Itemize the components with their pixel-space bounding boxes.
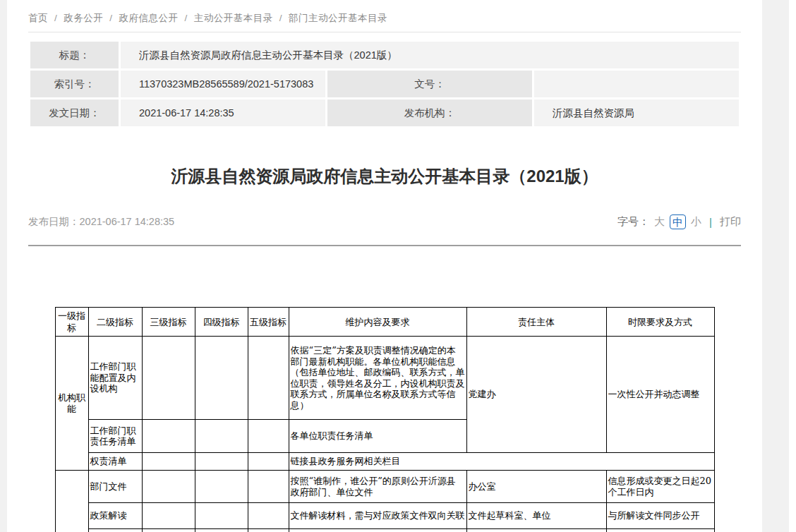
empty-cell: [195, 420, 248, 453]
meta-row-index: 索引号： 11370323MB28565589/2021-5173083 文号：: [30, 71, 739, 97]
table-row: [55, 529, 714, 532]
breadcrumb-separator: /: [54, 13, 57, 23]
empty-cell: [248, 503, 289, 529]
fontsize-medium-button[interactable]: 中: [670, 214, 686, 229]
fontsize-print-divider: |: [709, 216, 712, 228]
header-time-limit: 时限要求及方式: [606, 308, 714, 337]
empty-cell: [195, 453, 248, 471]
empty-cell: [248, 337, 289, 420]
breadcrumb: 首页/政务公开/政府信息公开/主动公开基本目录/部门主动公开基本目录: [28, 0, 741, 25]
empty-cell: [248, 420, 289, 453]
article-meta-line: 发布日期：2021-06-17 14:28:35 字号： 大 中 小 | 打印: [28, 214, 741, 229]
cell-level2: 工作部门职责任务清单: [88, 420, 142, 453]
page-title: 沂源县自然资源局政府信息主动公开基本目录（2021版）: [28, 165, 741, 188]
article-divider: [28, 245, 741, 246]
doc-number-value: [534, 71, 739, 97]
index-number-label: 索引号：: [30, 71, 119, 97]
breadcrumb-dept-catalog[interactable]: 部门主动公开基本目录: [289, 13, 387, 23]
cell-level2: 工作部门职能配置及内设机构: [88, 337, 142, 420]
meta-row-date: 发文日期： 2021-06-17 14:28:35 发布机构： 沂源县自然资源局: [30, 99, 739, 126]
catalog-header-row: 一级指标 二级指标 三级指标 四级指标 五级指标 维护内容及要求 责任主体 时限…: [55, 308, 714, 337]
title-label: 标题：: [30, 42, 119, 68]
table-row: 部门文件 按照“谁制作，谁公开”的原则公开沂源县政府部门、单位文件 办公室 信息…: [55, 471, 714, 503]
header-level3: 三级指标: [142, 308, 195, 337]
breadcrumb-info-disclosure[interactable]: 政府信息公开: [119, 13, 179, 23]
publish-date-label: 发布日期：: [28, 216, 80, 227]
scrollbar[interactable]: [789, 0, 796, 532]
breadcrumb-zhengwu[interactable]: 政务公开: [64, 13, 103, 23]
cell-content: 文件解读材料，需与对应政策文件双向关联: [289, 503, 466, 529]
cell-level1-jigou: 机构职能: [55, 337, 88, 471]
fontsize-label: 字号：: [617, 215, 649, 229]
publish-date: 发布日期：2021-06-17 14:28:35: [28, 215, 174, 229]
cell-content: 依据“三定”方案及职责调整情况确定的本部门最新机构职能。各单位机构职能信息（包括…: [289, 337, 466, 420]
cell-content: 各单位职责任务清单: [289, 420, 466, 453]
empty-cell: [142, 337, 195, 420]
fontsize-controls: 字号： 大 中 小 | 打印: [617, 214, 741, 229]
catalog-table: 一级指标 二级指标 三级指标 四级指标 五级指标 维护内容及要求 责任主体 时限…: [55, 307, 715, 532]
empty-cell: [195, 529, 248, 532]
cell-content: 按照“谁制作，谁公开”的原则公开沂源县政府部门、单位文件: [289, 471, 466, 503]
cell-time-limit: 一次性公开并动态调整: [606, 337, 714, 453]
cell-responsible: 办公室: [466, 471, 606, 503]
issuing-agency-label: 发布机构：: [327, 99, 532, 126]
header-responsible: 责任主体: [466, 308, 606, 337]
cell-responsible: 文件起草科室、单位: [466, 503, 606, 529]
breadcrumb-divider: [28, 32, 741, 32]
meta-row-title: 标题： 沂源县自然资源局政府信息主动公开基本目录（2021版）: [30, 42, 739, 68]
print-button[interactable]: 打印: [720, 215, 741, 229]
empty-cell: [248, 453, 289, 471]
cell-responsible: [466, 529, 606, 532]
header-level5: 五级指标: [248, 308, 289, 337]
cell-responsible: 党建办: [466, 337, 606, 453]
cell-time-limit: 信息形成或变更之日起20个工作日内: [606, 471, 714, 503]
breadcrumb-separator: /: [109, 13, 112, 23]
breadcrumb-separator: /: [185, 13, 188, 23]
table-row: 权责清单 链接县政务服务网相关栏目: [55, 453, 714, 471]
table-row: 政策解读 文件解读材料，需与对应政策文件双向关联 文件起草科室、单位 与所解读文…: [55, 503, 714, 529]
cell-level1-empty: [55, 471, 88, 532]
header-level1: 一级指标: [55, 308, 88, 337]
table-row: 机构职能 工作部门职能配置及内设机构 依据“三定”方案及职责调整情况确定的本部门…: [55, 337, 714, 420]
cell-level2: 权责清单: [88, 453, 142, 471]
fontsize-large-button[interactable]: 大: [654, 215, 665, 229]
header-level4: 四级指标: [195, 308, 248, 337]
cell-content: 链接县政务服务网相关栏目: [289, 453, 714, 471]
cell-level2: [88, 529, 142, 532]
issue-date-value: 2021-06-17 14:28:35: [121, 99, 325, 126]
cell-time-limit: [606, 529, 714, 532]
cell-content: [289, 529, 466, 532]
title-value: 沂源县自然资源局政府信息主动公开基本目录（2021版）: [121, 42, 739, 68]
breadcrumb-separator: /: [279, 13, 282, 23]
document-meta-table: 标题： 沂源县自然资源局政府信息主动公开基本目录（2021版） 索引号： 113…: [28, 40, 741, 128]
empty-cell: [142, 453, 195, 471]
publish-date-value: 2021-06-17 14:28:35: [80, 216, 175, 227]
issuing-agency-value: 沂源县自然资源局: [534, 99, 739, 126]
fontsize-small-button[interactable]: 小: [691, 215, 701, 229]
empty-cell: [248, 529, 289, 532]
empty-cell: [142, 420, 195, 453]
cell-time-limit: 与所解读文件同步公开: [606, 503, 714, 529]
breadcrumb-home[interactable]: 首页: [28, 13, 48, 23]
header-content: 维护内容及要求: [289, 308, 466, 337]
empty-cell: [195, 503, 248, 529]
empty-cell: [248, 471, 289, 503]
content-panel: 首页/政务公开/政府信息公开/主动公开基本目录/部门主动公开基本目录 标题： 沂…: [7, 0, 762, 532]
breadcrumb-basic-catalog[interactable]: 主动公开基本目录: [194, 13, 273, 23]
doc-number-label: 文号：: [327, 71, 532, 97]
index-number-value: 11370323MB28565589/2021-5173083: [121, 71, 325, 97]
issue-date-label: 发文日期：: [30, 99, 119, 126]
empty-cell: [142, 529, 195, 532]
empty-cell: [195, 337, 248, 420]
empty-cell: [195, 471, 248, 503]
cell-level2: 部门文件: [88, 471, 142, 503]
header-level2: 二级指标: [88, 308, 142, 337]
empty-cell: [142, 503, 195, 529]
empty-cell: [142, 471, 195, 503]
cell-level2: 政策解读: [88, 503, 142, 529]
